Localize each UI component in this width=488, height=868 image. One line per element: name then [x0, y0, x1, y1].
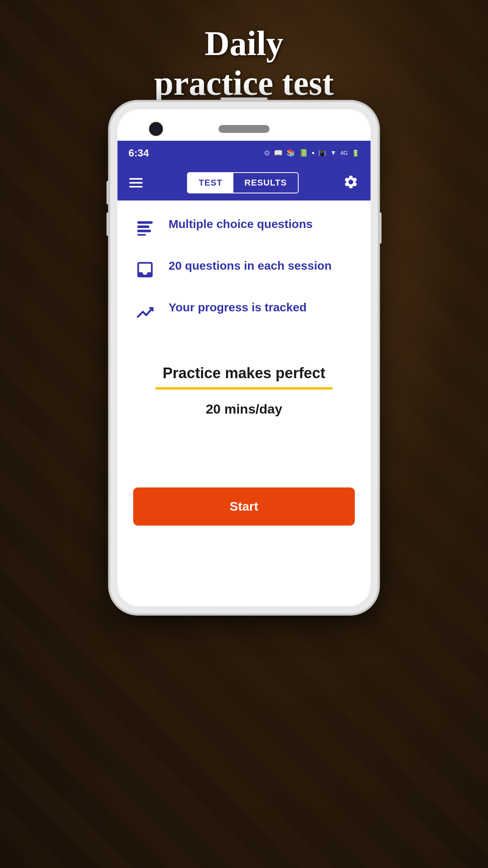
- practice-time-label: 20 mins/day: [133, 401, 355, 417]
- app-header: TEST RESULTS: [117, 165, 371, 200]
- phone-camera: [149, 122, 163, 136]
- practice-underline: [155, 387, 332, 390]
- battery-icon: 🔋: [352, 149, 360, 157]
- feature-questions-per-session: 20 questions in each session: [133, 258, 355, 280]
- status-icons: ⊙ 📖 📚 📗 • 📳 ▼ 4G 🔋: [264, 149, 360, 158]
- start-button[interactable]: Start: [133, 487, 355, 526]
- feature-multiple-choice: Multiple choice questions: [133, 216, 355, 238]
- inbox-icon: [133, 259, 157, 280]
- hamburger-menu-button[interactable]: [129, 178, 143, 188]
- svg-rect-2: [138, 230, 151, 232]
- side-button-volume-down: [106, 212, 110, 236]
- practice-section: Practice makes perfect 20 mins/day: [117, 353, 371, 432]
- phone-speaker: [218, 125, 270, 133]
- questions-per-session-text: 20 questions in each session: [169, 258, 332, 273]
- title-line2: practice test: [154, 64, 334, 102]
- title-line1: Daily: [205, 24, 283, 63]
- side-button-volume-up: [106, 181, 110, 204]
- progress-chart-icon: [133, 301, 157, 322]
- feature-progress-tracked: Your progress is tracked: [133, 300, 355, 322]
- svg-rect-0: [138, 221, 153, 224]
- phone-screen: 6:34 ⊙ 📖 📚 📗 • 📳 ▼ 4G 🔋: [117, 109, 371, 606]
- page-title-container: Daily practice test: [0, 24, 488, 103]
- svg-rect-3: [138, 234, 146, 235]
- gear-icon: [343, 174, 359, 190]
- content-spacer: [117, 432, 371, 480]
- svg-rect-1: [138, 226, 149, 228]
- status-bar: 6:34 ⊙ 📖 📚 📗 • 📳 ▼ 4G 🔋: [117, 141, 371, 165]
- book-icon-3: 📗: [299, 149, 308, 157]
- book-icon-1: 📖: [274, 149, 283, 157]
- app-content: Multiple choice questions 20 questions i…: [117, 200, 371, 353]
- phone-frame: 6:34 ⊙ 📖 📚 📗 • 📳 ▼ 4G 🔋: [110, 102, 378, 613]
- status-time: 6:34: [128, 147, 149, 159]
- multiple-choice-text: Multiple choice questions: [169, 216, 313, 232]
- practice-title: Practice makes perfect: [133, 365, 355, 382]
- settings-button[interactable]: [343, 174, 359, 191]
- book-icon-2: 📚: [286, 149, 295, 157]
- dot-icon: •: [312, 149, 314, 158]
- hamburger-line-2: [129, 182, 143, 184]
- phone-wrapper: 6:34 ⊙ 📖 📚 📗 • 📳 ▼ 4G 🔋: [110, 102, 378, 613]
- hamburger-line-1: [129, 178, 143, 180]
- hamburger-line-3: [129, 186, 143, 188]
- progress-tracked-text: Your progress is tracked: [169, 300, 306, 315]
- multiple-choice-icon: [133, 218, 157, 238]
- pocket-casts-icon: ⊙: [264, 149, 270, 157]
- tab-results[interactable]: RESULTS: [233, 173, 298, 193]
- wifi-icon: ▼: [330, 149, 336, 156]
- cta-area: Start: [117, 480, 371, 537]
- signal-icon: 4G: [340, 150, 348, 156]
- page-title: Daily practice test: [0, 24, 488, 103]
- tab-switcher: TEST RESULTS: [187, 172, 299, 193]
- vibrate-icon: 📳: [318, 149, 326, 157]
- tab-test[interactable]: TEST: [188, 173, 233, 193]
